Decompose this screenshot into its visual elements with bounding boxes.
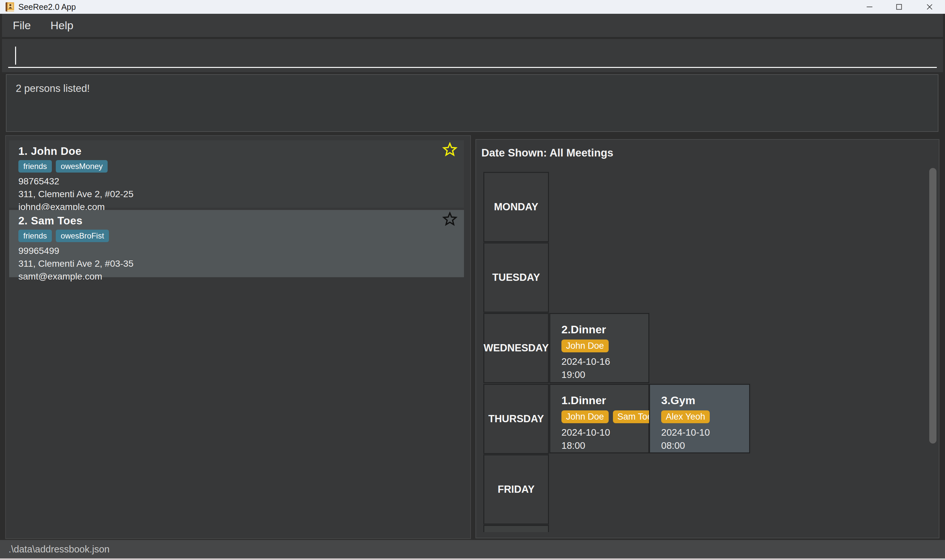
attendee-badge: John Doe (562, 411, 609, 423)
person-address: 311, Clementi Ave 2, #03-35 (18, 258, 455, 269)
meeting-date: 2024-10-16 (562, 356, 648, 367)
meeting-date: 2024-10-10 (661, 427, 749, 438)
tag-row: friends owesBroFist (18, 230, 455, 242)
window-title: SeeRee2.0 App (18, 0, 76, 14)
text-caret (15, 46, 16, 65)
maximize-button[interactable] (889, 0, 909, 14)
meeting-title: 2.Dinner (562, 323, 648, 336)
result-message: 2 persons listed! (16, 83, 90, 94)
tag-row: friends owesMoney (18, 160, 455, 172)
window-bottom-edge (0, 558, 945, 560)
maximize-icon (895, 3, 903, 11)
person-name: 1. John Doe (18, 145, 455, 157)
result-display: 2 persons listed! (6, 74, 939, 132)
tag-badge: friends (18, 160, 52, 172)
meeting-title: 1.Dinner (562, 394, 648, 407)
day-cell-thursday: THURSDAY (483, 384, 549, 454)
menu-help[interactable]: Help (41, 19, 83, 32)
attendee-row: Alex Yeoh (661, 411, 749, 423)
meeting-date: 2024-10-10 (562, 427, 648, 438)
person-card-sam-toes[interactable]: 2. Sam Toes friends owesBroFist 99965499… (9, 210, 464, 277)
status-bar: .\data\addressbook.json (0, 540, 945, 558)
attendee-badge: Alex Yeoh (661, 411, 710, 423)
tag-badge: owesBroFist (56, 230, 109, 242)
attendee-row: John Doe (562, 340, 648, 352)
menu-bar: File Help (2, 14, 943, 38)
minimize-button[interactable] (859, 0, 880, 14)
favorite-star-icon[interactable] (442, 142, 457, 157)
command-input[interactable] (8, 39, 937, 68)
day-cell-partial (483, 525, 549, 532)
meeting-card-dinner-2[interactable]: 2.Dinner John Doe 2024-10-16 19:00 (549, 313, 649, 383)
close-icon (925, 3, 934, 11)
tag-badge: owesMoney (56, 160, 108, 172)
title-bar: SeeRee2.0 App (0, 0, 945, 14)
data-file-path: .\data\addressbook.json (9, 544, 109, 555)
person-phone: 98765432 (18, 176, 455, 187)
person-card-john-doe[interactable]: 1. John Doe friends owesMoney 98765432 3… (9, 140, 464, 208)
schedule-panel: Date Shown: All Meetings MONDAY TUESDAY … (476, 139, 939, 538)
person-list-panel: 1. John Doe friends owesMoney 98765432 3… (5, 135, 471, 539)
minimize-icon (865, 3, 874, 11)
day-cell-wednesday: WEDNESDAY (483, 313, 549, 383)
meeting-time: 19:00 (562, 369, 648, 380)
close-button[interactable] (919, 0, 940, 14)
attendee-row: John Doe Sam Toes (562, 411, 648, 423)
meeting-time: 18:00 (562, 440, 648, 451)
unfavorite-star-icon[interactable] (442, 212, 457, 227)
address-book-icon (5, 2, 15, 12)
person-name: 2. Sam Toes (18, 215, 455, 227)
meeting-card-gym-3[interactable]: 3.Gym Alex Yeoh 2024-10-10 08:00 (649, 384, 750, 453)
app-window: SeeRee2.0 App File Help 2 persons listed… (0, 0, 945, 560)
menu-file[interactable]: File (2, 19, 41, 32)
person-phone: 99965499 (18, 245, 455, 257)
schedule-header: Date Shown: All Meetings (481, 147, 613, 159)
day-cell-monday: MONDAY (483, 172, 549, 242)
attendee-badge: John Doe (562, 340, 609, 352)
meeting-time: 08:00 (661, 440, 749, 451)
person-email: samt@example.com (18, 271, 455, 282)
day-cell-tuesday: TUESDAY (483, 242, 549, 313)
tag-badge: friends (18, 230, 52, 242)
meeting-card-dinner-1[interactable]: 1.Dinner John Doe Sam Toes 2024-10-10 18… (549, 384, 649, 453)
day-cell-friday: FRIDAY (483, 454, 549, 525)
person-address: 311, Clementi Ave 2, #02-25 (18, 189, 455, 200)
meeting-title: 3.Gym (661, 394, 749, 407)
schedule-scrollbar[interactable] (929, 168, 936, 443)
command-box-region (2, 39, 943, 72)
